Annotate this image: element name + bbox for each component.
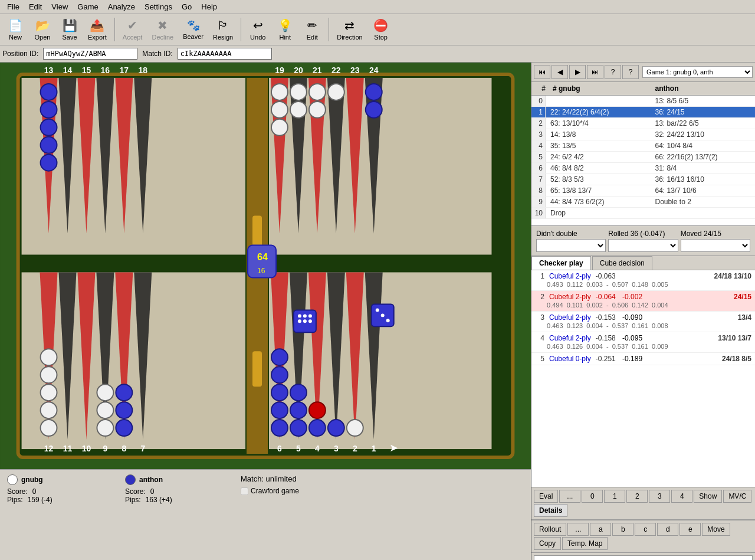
board-container[interactable]: 13 14 15 16 17 18 19 20 21 22 23 24 12 1… bbox=[0, 63, 531, 469]
temp-map-button[interactable]: Temp. Map bbox=[562, 537, 608, 550]
svg-point-59 bbox=[41, 101, 57, 118]
tab-checker-play[interactable]: Checker play bbox=[531, 256, 591, 270]
move-row-0[interactable]: 0 13: 8/5 6/5 bbox=[531, 96, 755, 107]
player2-score-label: Score: bbox=[125, 487, 146, 496]
move-row-3[interactable]: 3 14: 13/8 32: 24/22 13/10 bbox=[531, 129, 755, 140]
menu-edit[interactable]: Edit bbox=[24, 1, 47, 12]
eval-opts-button[interactable]: ... bbox=[559, 490, 580, 503]
move-table[interactable]: 0 13: 8/5 6/5 1 22: 24/22(2) 6/4(2) 36: … bbox=[531, 96, 755, 225]
move-num-10: 10 bbox=[531, 208, 546, 218]
didnt-double-select[interactable] bbox=[536, 239, 606, 252]
hint-button[interactable]: 💡 Hint bbox=[272, 17, 298, 42]
svg-text:3: 3 bbox=[334, 444, 339, 453]
position-id-input[interactable] bbox=[43, 48, 137, 60]
menu-help[interactable]: Help bbox=[196, 1, 222, 12]
rollout-e-button[interactable]: e bbox=[680, 523, 701, 536]
rollout-b-button[interactable]: b bbox=[612, 523, 633, 536]
accept-button[interactable]: ✔ Accept bbox=[119, 17, 147, 42]
checker-row-4[interactable]: 4 Cubeful 2-ply -0.158 -0.095 13/10 13/7… bbox=[531, 332, 755, 353]
export-label: Export bbox=[88, 34, 107, 41]
copy-button[interactable]: Copy bbox=[534, 537, 561, 550]
rolled-select[interactable] bbox=[608, 239, 678, 252]
move-row-6[interactable]: 6 46: 8/4 8/2 31: 8/4 bbox=[531, 163, 755, 174]
svg-point-88 bbox=[290, 384, 307, 401]
move-gnubg-6: 46: 8/4 8/2 bbox=[546, 163, 653, 173]
stop-button[interactable]: ⛔ Stop bbox=[368, 17, 394, 42]
move-button[interactable]: Move bbox=[702, 523, 730, 536]
edit-icon: ✏ bbox=[307, 18, 317, 32]
ply3-button[interactable]: 3 bbox=[649, 490, 670, 503]
menu-file[interactable]: File bbox=[2, 1, 24, 12]
nav-prev-button[interactable]: ◀ bbox=[552, 65, 568, 79]
checker-row-3[interactable]: 3 Cubeful 2-ply -0.153 -0.090 13/4 0.463… bbox=[531, 312, 755, 332]
footer-input[interactable] bbox=[534, 555, 753, 560]
move-anthon-1: 36: 24/15 bbox=[653, 107, 756, 117]
move-gnubg-3: 14: 13/8 bbox=[546, 129, 653, 140]
export-button[interactable]: 📤 Export bbox=[84, 17, 111, 42]
svg-text:11: 11 bbox=[63, 444, 73, 453]
rollout-button[interactable]: Rollout bbox=[534, 523, 566, 536]
move-row-8[interactable]: 8 65: 13/8 13/7 64: 13/7 10/6 bbox=[531, 185, 755, 197]
rollout-d-button[interactable]: d bbox=[657, 523, 678, 536]
svg-text:➤: ➤ bbox=[389, 442, 398, 454]
nav-first-button[interactable]: ⏮ bbox=[534, 65, 550, 79]
player1-info: gnubg Score: 0 Pips: 159 (-4) bbox=[0, 470, 118, 560]
open-button[interactable]: 📂 Open bbox=[29, 17, 55, 42]
ply0-button[interactable]: 0 bbox=[582, 490, 603, 503]
ply1-button[interactable]: 1 bbox=[604, 490, 625, 503]
svg-point-83 bbox=[271, 384, 288, 401]
move-row-1[interactable]: 1 22: 24/22(2) 6/4(2) 36: 24/15 bbox=[531, 107, 755, 118]
ply2-button[interactable]: 2 bbox=[626, 490, 648, 503]
hint-icon: 💡 bbox=[278, 18, 293, 32]
crawford-checkbox[interactable] bbox=[241, 487, 248, 495]
checker-row-1[interactable]: 1 Cubeful 2-ply -0.063 24/18 13/10 0.493… bbox=[531, 270, 755, 291]
nav-info1-button[interactable]: ? bbox=[605, 65, 621, 79]
decline-button[interactable]: ✖ Decline bbox=[147, 17, 178, 42]
checker-table[interactable]: 1 Cubeful 2-ply -0.063 24/18 13/10 0.493… bbox=[531, 270, 755, 487]
col-gnubg-header: # gnubg bbox=[548, 83, 654, 94]
details-button[interactable]: Details bbox=[534, 504, 567, 517]
nav-next-button[interactable]: ▶ bbox=[569, 65, 586, 79]
beaver-button[interactable]: 🐾 Beaver bbox=[179, 17, 208, 42]
save-button[interactable]: 💾 Save bbox=[57, 17, 83, 42]
move-row-9[interactable]: 9 44: 8/4 7/3 6/2(2) Double to 2 bbox=[531, 197, 755, 208]
new-button[interactable]: 📄 New bbox=[2, 17, 28, 42]
menu-view[interactable]: View bbox=[47, 1, 73, 12]
svg-point-67 bbox=[290, 101, 307, 118]
edit-button[interactable]: ✏ Edit bbox=[299, 17, 325, 42]
svg-text:18: 18 bbox=[139, 66, 148, 75]
menu-settings[interactable]: Settings bbox=[140, 1, 177, 12]
checker-row-5[interactable]: 5 Cubeful 0-ply -0.251 -0.189 24/18 8/5 bbox=[531, 353, 755, 365]
rollout-a-button[interactable]: a bbox=[590, 523, 611, 536]
move-row-2[interactable]: 2 63: 13/10*/4 13: bar/22 6/5 bbox=[531, 118, 755, 129]
direction-button[interactable]: ⇄ Direction bbox=[333, 17, 366, 42]
svg-text:4: 4 bbox=[315, 444, 320, 453]
move-row-5[interactable]: 5 24: 6/2 4/2 66: 22/16(2) 13/7(2) bbox=[531, 152, 755, 163]
resign-button[interactable]: 🏳 Resign bbox=[209, 17, 237, 42]
move-row-7[interactable]: 7 52: 8/3 5/3 36: 16/13 16/10 bbox=[531, 174, 755, 185]
eval-button[interactable]: Eval bbox=[534, 490, 558, 503]
move-anthon-4: 64: 10/4 8/4 bbox=[653, 140, 756, 151]
toolbar-sep-2 bbox=[241, 18, 241, 41]
undo-button[interactable]: ↩ Undo bbox=[245, 17, 271, 42]
match-id-input[interactable] bbox=[178, 48, 272, 60]
rollout-c-button[interactable]: c bbox=[635, 523, 656, 536]
checker-equity-5b: -0.189 bbox=[621, 355, 642, 363]
mvc-button[interactable]: MV/C bbox=[723, 490, 751, 503]
ply4-button[interactable]: 4 bbox=[671, 490, 692, 503]
move-row-10[interactable]: 10 Drop bbox=[531, 208, 755, 219]
svg-point-74 bbox=[41, 402, 57, 418]
nav-info2-button[interactable]: ? bbox=[622, 65, 639, 79]
show-button[interactable]: Show bbox=[694, 490, 722, 503]
menu-analyze[interactable]: Analyze bbox=[103, 1, 140, 12]
checker-rank-3: 3 bbox=[535, 313, 544, 322]
checker-row-2[interactable]: 2 Cubeful 2-ply -0.064 -0.002 24/15 0.49… bbox=[531, 291, 755, 312]
tab-cube-decision[interactable]: Cube decision bbox=[592, 256, 652, 270]
menu-go[interactable]: Go bbox=[177, 1, 196, 12]
nav-last-button[interactable]: ⏭ bbox=[587, 65, 603, 79]
moved-select[interactable] bbox=[681, 239, 750, 252]
move-row-4[interactable]: 4 35: 13/5 64: 10/4 8/4 bbox=[531, 140, 755, 152]
menu-game[interactable]: Game bbox=[73, 1, 103, 12]
game-selector[interactable]: Game 1: gnubg 0, anth bbox=[642, 66, 753, 78]
rollout-opts-button[interactable]: ... bbox=[567, 523, 589, 536]
